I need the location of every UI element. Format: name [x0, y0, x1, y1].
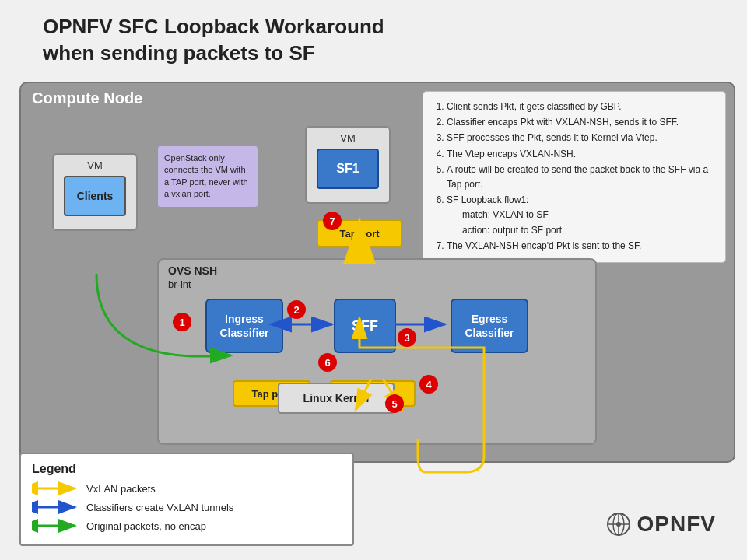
ingress-classifier: Ingress Classifier: [205, 299, 283, 353]
info-item-3: SFF processes the Pkt, sends it to Kerne…: [447, 131, 714, 145]
vm-sf1-label: VM: [340, 128, 356, 144]
legend-vxlan-svg: [32, 481, 79, 496]
legend-item-vxlan: VxLAN packets: [32, 481, 342, 496]
info-item-4: The Vtep encaps VXLAN-NSH.: [447, 147, 714, 162]
legend-vxlan-arrow: [32, 481, 79, 496]
sf1-inner: SF1: [317, 149, 379, 189]
page-title: OPNFV SFC Loopback Workaround when sendi…: [43, 14, 384, 67]
legend-item-original: Original packets, no encap: [32, 518, 342, 534]
clients-inner: Clients: [64, 176, 126, 216]
badge-2: 2: [287, 300, 306, 319]
badge-4: 4: [419, 375, 438, 394]
badge-3: 3: [398, 328, 416, 347]
opnfv-icon: [605, 510, 633, 538]
info-item-7: The VXLAN-NSH encap'd Pkt is sent to the…: [447, 239, 714, 254]
legend-item-classifiers: Classifiers create VxLAN tunnels: [32, 499, 342, 515]
sff-box: SFF: [334, 299, 396, 353]
opnfv-logo: OPNFV: [605, 510, 716, 538]
info-item-2: Classifier encaps Pkt with VXLAN-NSH, se…: [447, 115, 714, 130]
linux-kernel: Linux Kernel: [278, 383, 395, 414]
vm-clients-box: VM Clients: [52, 153, 138, 231]
legend-original-arrow: [32, 518, 79, 534]
compute-node-label: Compute Node: [32, 89, 142, 107]
ovs-box: OVS NSH br-int Ingress Classifier SFF Eg…: [157, 258, 597, 445]
legend-classifiers-label: Classifiers create VxLAN tunnels: [86, 502, 233, 513]
info-item-1: Client sends Pkt, it gets classified by …: [447, 100, 714, 114]
opnfv-text: OPNFV: [637, 512, 716, 537]
legend-vxlan-label: VxLAN packets: [86, 483, 156, 495]
badge-1: 1: [173, 313, 191, 331]
info-item-6: SF Loopback flow1: match: VXLAN to SF ac…: [447, 193, 714, 238]
badge-7: 7: [323, 212, 342, 230]
vm-sf1-box: VM SF1: [305, 126, 391, 204]
svg-point-18: [616, 522, 621, 527]
legend-classifiers-arrow: [32, 499, 79, 515]
badge-5: 5: [385, 394, 404, 413]
legend-box: Legend VxLAN packets: [19, 453, 354, 546]
egress-classifier: Egress Classifier: [451, 299, 528, 353]
info-box: Client sends Pkt, it gets classified by …: [423, 91, 726, 263]
legend-original-label: Original packets, no encap: [86, 520, 206, 532]
openstack-note: OpenStack only connects the VM with a TA…: [157, 145, 258, 208]
main-diagram-container: Compute Node Client sends Pkt, it gets c…: [19, 82, 735, 463]
legend-title: Legend: [32, 462, 342, 476]
vm-label: VM: [87, 155, 103, 171]
ovs-label2: br-int: [168, 278, 191, 290]
badge-6: 6: [318, 353, 337, 372]
ovs-label1: OVS NSH: [168, 264, 217, 277]
legend-original-svg: [32, 518, 79, 534]
legend-classifiers-svg: [32, 499, 79, 515]
info-item-5: A route will be created to send the pack…: [447, 163, 714, 192]
